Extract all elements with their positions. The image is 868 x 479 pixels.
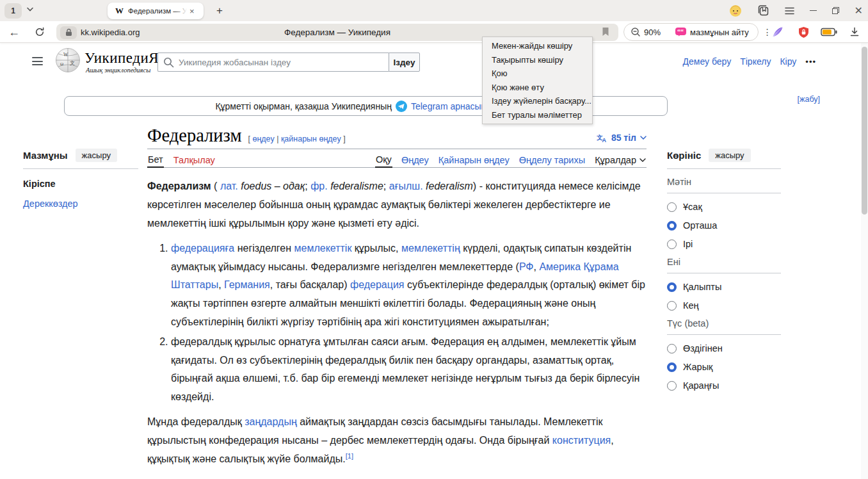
window-minimize-button[interactable] <box>810 10 817 12</box>
tab-group-chevron-down-icon[interactable] <box>27 7 33 12</box>
article-content: Федерализм [ өңдеу | қайнарын өңдеу ] 文 … <box>147 126 647 479</box>
radio-color-automatic[interactable]: Өздігінен <box>667 343 781 353</box>
menu-item-paste-and-go[interactable]: Қою және өту <box>483 81 592 95</box>
window-restore-button[interactable] <box>832 7 839 14</box>
radio-icon[interactable] <box>667 301 677 311</box>
appearance-hide-button[interactable]: жасыру <box>709 149 750 162</box>
tab-edit[interactable]: Өңдеу <box>401 153 430 167</box>
telegram-icon <box>396 101 407 112</box>
language-selector-button[interactable]: 文 A 85 тіл <box>597 133 647 145</box>
tab-read[interactable]: Оқу <box>375 152 392 168</box>
menu-item-paste[interactable]: Қою <box>483 67 592 81</box>
search-input[interactable] <box>179 53 386 71</box>
telegram-channel-link[interactable]: Telegram арнасына <box>411 101 491 111</box>
new-tab-button[interactable]: + <box>212 3 227 19</box>
bookmark-icon[interactable] <box>602 27 609 37</box>
radio-color-dark[interactable]: Қараңғы <box>667 380 781 391</box>
radio-checked-icon[interactable] <box>667 282 677 292</box>
wiki-link[interactable]: РФ <box>519 261 534 272</box>
radio-icon[interactable] <box>667 202 677 212</box>
site-notice-row: Құрметті оқырман, қазақша Уикипедияның T… <box>0 91 861 122</box>
read-aloud-label[interactable]: мазмұнын айту <box>690 28 749 37</box>
toc-hide-button[interactable]: жасыру <box>76 149 117 162</box>
tab-group-counter[interactable]: 1 <box>4 3 22 19</box>
search-icon <box>163 57 174 68</box>
radio-color-light[interactable]: Жарық <box>667 362 781 372</box>
wiki-link[interactable]: мемлекеттік <box>294 243 352 254</box>
protect-shield-icon[interactable] <box>794 21 813 43</box>
toc-item-references[interactable]: Дереккөздер <box>23 199 138 209</box>
wiki-link[interactable]: федерация <box>350 279 405 290</box>
edit-link[interactable]: өңдеу <box>252 134 274 143</box>
menu-item-page-info[interactable]: Бет туралы мәліметтер <box>483 108 592 122</box>
radio-icon[interactable] <box>667 344 677 353</box>
browser-tab-active[interactable]: W Федерализм — Уикипе × <box>108 3 204 19</box>
toc-item-intro[interactable]: Кіріспе <box>23 179 138 189</box>
donate-link[interactable]: Демеу беру <box>683 56 732 67</box>
chevron-down-icon <box>639 158 646 162</box>
register-link[interactable]: Тіркелу <box>740 56 771 67</box>
wiki-link[interactable]: заңдардың <box>245 416 297 427</box>
radio-text-large[interactable]: Ірі <box>667 239 781 249</box>
yandex-feather-icon[interactable] <box>768 21 787 43</box>
wiki-link[interactable]: федерацияға <box>171 243 234 254</box>
wiki-link[interactable]: фр. <box>310 181 328 191</box>
profile-avatar[interactable] <box>729 4 742 17</box>
wiki-link[interactable]: Германия <box>224 279 270 290</box>
page-scrollbar[interactable] <box>861 43 868 479</box>
search-button[interactable]: Іздеу <box>389 53 420 72</box>
definition-list: федерацияға негізделген мемлекеттік құры… <box>147 240 647 407</box>
reload-button[interactable] <box>31 21 49 43</box>
citation-link[interactable]: [1] <box>346 451 353 459</box>
wikipedia-logo[interactable]: W 文 Ω <box>55 47 81 73</box>
battery-icon[interactable] <box>819 21 839 43</box>
tab-history[interactable]: Өңделу тарихы <box>518 153 586 167</box>
svg-text:文: 文 <box>70 60 75 66</box>
zoom-level-value[interactable]: 90% <box>644 28 661 37</box>
radio-checked-icon[interactable] <box>667 362 677 372</box>
radio-icon[interactable] <box>667 240 677 249</box>
radio-text-standard[interactable]: Орташа <box>667 220 781 231</box>
menu-item-manage-search-engines[interactable]: Іздеу жүйелерін басқару... <box>483 94 592 108</box>
back-button[interactable]: ← <box>5 21 23 43</box>
radio-icon[interactable] <box>667 381 677 391</box>
wiki-wordmark[interactable]: УикипедиЯ <box>84 50 159 67</box>
downloads-icon[interactable] <box>845 21 864 43</box>
wiki-link[interactable]: конституция <box>552 435 611 446</box>
radio-width-wide[interactable]: Кең <box>667 300 781 311</box>
appearance-header: Көрініс <box>667 150 701 161</box>
menu-item-copy-address[interactable]: Мекен-жайды көшіру <box>483 39 592 53</box>
svg-text:“: “ <box>680 28 684 35</box>
title-edit-links: [ өңдеу | қайнарын өңдеу ] <box>248 134 345 143</box>
wiki-menu-icon[interactable] <box>32 57 43 65</box>
list-item: федерацияға негізделген мемлекеттік құры… <box>171 240 647 332</box>
browser-window: 1 W Федерализм — Уикипе × + <box>0 0 868 479</box>
tab-page[interactable]: Бет <box>147 152 164 168</box>
svg-text:A: A <box>602 137 606 143</box>
zoom-out-icon[interactable] <box>631 27 641 37</box>
tab-edit-source[interactable]: Қайнарын өңдеу <box>438 153 510 167</box>
scrollbar-thumb[interactable] <box>862 47 867 215</box>
window-close-button[interactable]: ✕ <box>855 4 863 17</box>
wiki-link[interactable]: ағылш. <box>389 181 423 191</box>
tab-talk[interactable]: Талқылау <box>173 153 216 167</box>
menu-item-copy-title[interactable]: Тақырыпты көшіру <box>483 53 592 67</box>
login-link[interactable]: Кіру <box>780 56 796 67</box>
radio-checked-icon[interactable] <box>667 221 677 231</box>
radio-width-standard[interactable]: Қалыпты <box>667 282 781 292</box>
tab-tools[interactable]: Құралдар <box>594 153 647 167</box>
edit-source-link[interactable]: қайнарын өңдеу <box>281 134 341 143</box>
side-panel-icon[interactable] <box>757 4 769 17</box>
browser-menu-icon[interactable] <box>785 7 794 15</box>
user-menu-more-icon[interactable]: ••• <box>805 57 816 67</box>
banner-close-link[interactable]: [жабу] <box>798 95 820 104</box>
wiki-link[interactable]: мемлекеттің <box>401 243 460 254</box>
appearance-panel: Көрініс жасыру Мәтін Ұсақ Орташа Ірі Ені… <box>667 149 781 391</box>
list-item: федералдық құрылыс орнатуға ұмтылған сая… <box>171 333 647 407</box>
read-aloud-icon[interactable]: “ “ <box>675 27 687 37</box>
wiki-link[interactable]: лат. <box>220 181 238 191</box>
tab-close-icon[interactable]: × <box>189 7 195 15</box>
radio-text-small[interactable]: Ұсақ <box>667 202 781 212</box>
page-title: Федерализм <box>147 126 241 145</box>
translate-icon: 文 A <box>597 133 607 143</box>
